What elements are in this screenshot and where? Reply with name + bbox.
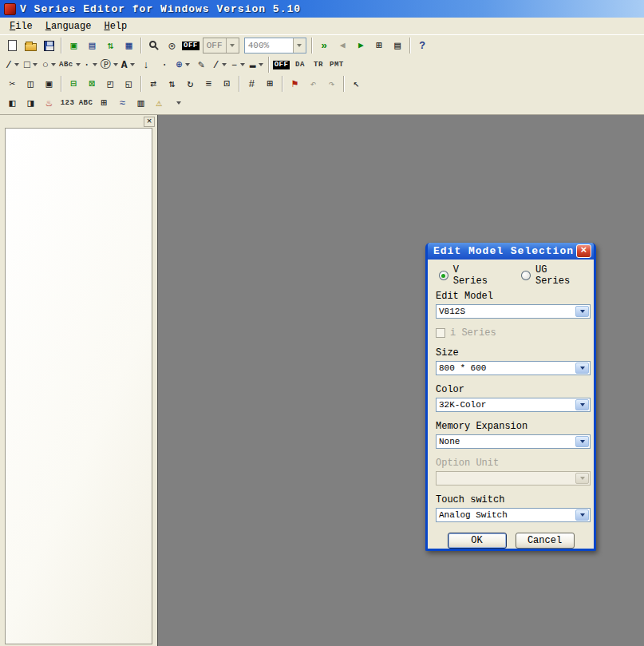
- off-draw-button[interactable]: OFF: [272, 56, 291, 73]
- tr-button[interactable]: TR: [309, 56, 327, 73]
- off-display-button[interactable]: OFF: [181, 37, 200, 54]
- screen-open-button[interactable]: ◧: [3, 94, 22, 112]
- ug-series-radio[interactable]: [521, 271, 531, 280]
- data-table-button[interactable]: ⊞: [95, 94, 113, 112]
- screen-copy-icon: ▣: [71, 41, 77, 51]
- circle-tool-button[interactable]: ○: [40, 56, 58, 73]
- select-mode-button[interactable]: ↖: [347, 75, 365, 93]
- bring-front-button[interactable]: ◰: [101, 75, 120, 93]
- num-display-icon: 123: [61, 100, 75, 107]
- pin-button[interactable]: ⚑: [286, 75, 304, 93]
- group-button[interactable]: ⊟: [65, 75, 83, 93]
- fill-style-button[interactable]: ▬: [247, 56, 266, 73]
- line-tool-button[interactable]: /: [3, 56, 22, 73]
- find-button[interactable]: ◎: [163, 37, 181, 54]
- align-icon: ≡: [206, 79, 212, 89]
- line-type-button[interactable]: –: [229, 56, 247, 73]
- next-screen-button[interactable]: ▶: [352, 37, 370, 54]
- size-combo[interactable]: 800 * 600: [436, 361, 591, 375]
- jump-first-icon: »: [321, 41, 327, 51]
- zoom-level-combo[interactable]: 400%: [244, 38, 306, 54]
- pole-tool-button[interactable]: ↓: [137, 56, 156, 73]
- toolbar-separator: [282, 76, 283, 92]
- prev-screen-button[interactable]: ◀: [334, 37, 352, 54]
- rect-tool-button[interactable]: □: [22, 56, 40, 73]
- alarm-button[interactable]: ⚠: [150, 94, 168, 112]
- pen-tool-button[interactable]: ✎: [192, 56, 211, 73]
- align-button[interactable]: ≡: [200, 75, 218, 93]
- undo-button[interactable]: ↶: [304, 75, 322, 93]
- graph-button[interactable]: ≈: [113, 94, 132, 112]
- cancel-button[interactable]: Cancel: [516, 533, 575, 549]
- overlap-button[interactable]: ◨: [22, 94, 40, 112]
- part-tool-button[interactable]: Ⓟ: [100, 56, 119, 73]
- text-tool-button[interactable]: ABc: [58, 56, 81, 73]
- num-display-button[interactable]: 123: [58, 94, 77, 112]
- new-file-button[interactable]: [3, 37, 22, 54]
- dot-tool-button[interactable]: ·: [81, 56, 100, 73]
- open-file-button[interactable]: [22, 37, 40, 54]
- dialog-titlebar[interactable]: Edit Model Selection ×: [428, 243, 594, 260]
- zoom-level-dropdown-button[interactable]: [293, 38, 306, 53]
- snap-button[interactable]: ⊞: [261, 75, 279, 93]
- edit-model-selection-dialog: Edit Model Selection × V Series UG Serie…: [425, 243, 596, 551]
- menu-file[interactable]: File: [3, 18, 39, 34]
- pmt-badge: PMT: [330, 61, 344, 69]
- transfer-button[interactable]: ⇅: [101, 37, 120, 54]
- window-title: V Series Editor for Windows Version 5.10: [20, 3, 301, 15]
- char-style-button[interactable]: A: [119, 56, 137, 73]
- send-back-button[interactable]: ◱: [120, 75, 138, 93]
- ok-button[interactable]: OK: [448, 533, 507, 549]
- memory-expansion-combo[interactable]: None: [436, 434, 591, 449]
- pmt-button[interactable]: PMT: [327, 56, 346, 73]
- edit-model-dropdown-button[interactable]: [575, 306, 589, 317]
- cut-button[interactable]: ✂: [3, 75, 22, 93]
- color-combo[interactable]: 32K-Color: [436, 398, 591, 412]
- memory-expansion-dropdown-button[interactable]: [575, 436, 589, 447]
- menu-help[interactable]: Help: [97, 18, 133, 34]
- dialog-close-button[interactable]: ×: [576, 244, 591, 258]
- simulator-button[interactable]: ▤: [83, 37, 101, 54]
- menu-language[interactable]: Language: [39, 18, 98, 34]
- v-series-radio[interactable]: [439, 271, 448, 280]
- catalog-panel: ×: [0, 115, 158, 646]
- flip-vertical-button[interactable]: ⇅: [163, 75, 181, 93]
- off-state-combo[interactable]: OFF: [203, 38, 239, 54]
- item-table-button[interactable]: ⊞: [370, 37, 389, 54]
- parts-more-button[interactable]: [168, 94, 187, 112]
- off-state-dropdown-button[interactable]: [226, 38, 239, 53]
- da-button[interactable]: DA: [290, 56, 309, 73]
- touch-switch-dropdown-button[interactable]: [575, 509, 589, 521]
- redo-button[interactable]: ↷: [322, 75, 341, 93]
- paste-button[interactable]: ▣: [40, 75, 58, 93]
- save-button[interactable]: [40, 37, 58, 54]
- line-width-button[interactable]: /: [211, 56, 229, 73]
- panel-close-button[interactable]: ×: [144, 117, 155, 127]
- online-edit-button[interactable]: ▦: [120, 37, 138, 54]
- zoom-button[interactable]: [144, 37, 163, 54]
- copy-button[interactable]: ◫: [22, 75, 40, 93]
- bring-front-icon: ◰: [108, 79, 114, 89]
- rotate-button[interactable]: ↻: [181, 75, 200, 93]
- edit-model-combo[interactable]: V812S: [436, 304, 591, 319]
- chevron-down-icon: [297, 44, 302, 47]
- i-series-row: i Series: [436, 327, 586, 339]
- grid-button[interactable]: #: [243, 75, 261, 93]
- jump-first-button[interactable]: »: [315, 37, 334, 54]
- help-button[interactable]: ?: [413, 37, 432, 54]
- item-list-button[interactable]: ▤: [389, 37, 407, 54]
- char-display-button[interactable]: ABC: [77, 94, 95, 112]
- menu-help-rest: elp: [110, 21, 128, 32]
- color-dropdown-button[interactable]: [575, 399, 589, 410]
- lamp-button[interactable]: ♨: [40, 94, 58, 112]
- size-dropdown-button[interactable]: [575, 363, 589, 374]
- same-size-button[interactable]: ⊡: [218, 75, 236, 93]
- ungroup-button[interactable]: ⊠: [83, 75, 101, 93]
- point-tool-button[interactable]: ·: [156, 56, 174, 73]
- flip-horizontal-button[interactable]: ⇄: [144, 75, 163, 93]
- catalog-panel-body[interactable]: [5, 128, 152, 644]
- touch-switch-combo[interactable]: Analog Switch: [436, 508, 591, 522]
- globe-tool-button[interactable]: ⊕: [174, 56, 192, 73]
- screen-copy-button[interactable]: ▣: [65, 37, 83, 54]
- sampling-button[interactable]: ▥: [132, 94, 150, 112]
